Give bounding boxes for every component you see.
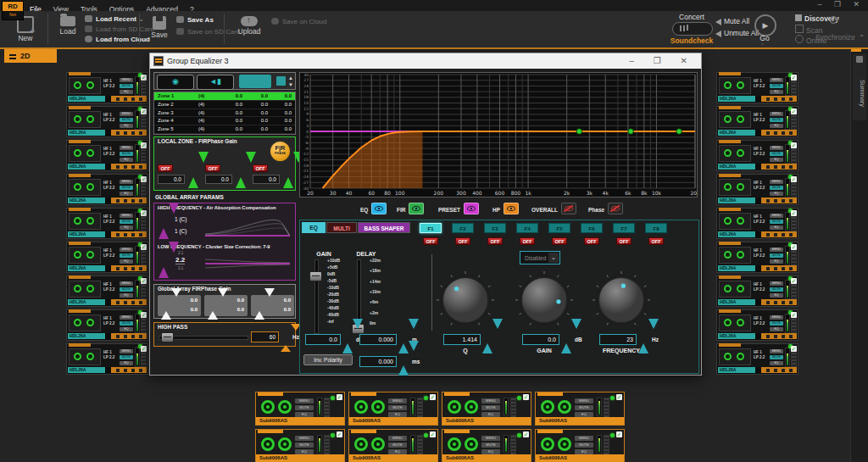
firphase-off-button[interactable]: OFF [205,164,220,172]
filter-off-button[interactable]: OFF [487,237,503,245]
device-button-menu[interactable]: MENU [120,248,133,252]
fir-gain-cell-spinner[interactable] [161,297,172,312]
device-tile-hdl26a[interactable]: HF 1LP 2.2MENUMUTEEQ✓HDL26A [66,208,148,239]
device-button-eq[interactable]: EQ [770,158,783,162]
device-tile-hdl26a[interactable]: HF 1LP 2.2MENUMUTEEQ✓HDL26A [716,72,798,103]
filter-button-f2[interactable]: F2 [452,223,474,233]
device-button-menu[interactable]: MENU [295,398,314,404]
filter-off-button[interactable]: OFF [455,237,470,245]
device-button-eq[interactable]: EQ [120,192,133,196]
device-button-mute[interactable]: MUTE [120,253,133,258]
device-button-mute[interactable]: MUTE [770,321,783,326]
load-button[interactable]: Load [53,16,83,36]
device-button-eq[interactable]: EQ [120,225,133,230]
zone-row[interactable]: Zone 2(4)0.00.00.0 [154,101,295,109]
zone-teal-button[interactable] [239,75,271,88]
device-tile-sub9006as[interactable]: MENUMUTEEQ✓Sub9006AS [255,392,345,426]
device-button-mute[interactable]: MUTE [295,443,314,448]
gain-value[interactable]: 0.0 [305,334,341,345]
device-button-mute[interactable]: MUTE [770,152,783,156]
device-checkbox[interactable]: ✓ [523,394,529,400]
firphase-gain-spinner[interactable] [283,163,294,178]
device-button-menu[interactable]: MENU [120,112,133,116]
device-checkbox[interactable]: ✓ [791,210,797,216]
inv-polarity-button[interactable]: Inv. Polarity [303,354,353,365]
knob-q-value[interactable]: 1.414 [443,334,481,345]
filter-type-dropdown[interactable]: Disabled⌄ [520,251,560,264]
device-checkbox[interactable]: ✓ [791,278,797,284]
knob-frequency-spinner[interactable] [638,329,649,344]
device-checkbox[interactable]: ✓ [141,109,147,114]
device-button-menu[interactable]: MENU [120,78,133,82]
device-tile-hdl26a[interactable]: HF 1LP 2.2MENUMUTEEQ✓HDL26A [716,343,798,375]
device-button-eq[interactable]: EQ [120,293,133,298]
eq-band-handle[interactable] [628,129,633,134]
view-toggle-phase[interactable]: Phase [588,203,623,214]
load-from-cloud-button[interactable]: Load from Cloud [85,34,150,45]
device-checkbox[interactable]: ✓ [791,109,797,114]
device-checkbox[interactable]: ✓ [141,278,147,284]
view-toggle-preset[interactable]: PRESET [438,203,479,214]
fir-gain-cell[interactable]: 0.00.0 [251,295,294,316]
device-button-mute[interactable]: MUTE [770,186,783,190]
device-button-mute[interactable]: MUTE [295,405,314,410]
save-button[interactable]: Save [144,16,175,39]
save-as-button[interactable]: Save As [176,14,214,25]
device-button-menu[interactable]: MENU [770,248,783,252]
device-button-eq[interactable]: EQ [120,327,133,331]
eq-graph[interactable]: -30-27-24-21-18-15-12-9-6-30369121518212… [299,72,698,198]
device-checkbox[interactable]: ✓ [616,431,622,437]
device-button-menu[interactable]: MENU [295,436,314,441]
device-button-menu[interactable]: MENU [120,214,133,218]
fir-gain-cell-spinner[interactable] [208,297,219,312]
edit-tab-multi[interactable]: MULTI [326,222,357,233]
device-tile-sub9006as[interactable]: MENUMUTEEQ✓Sub9006AS [255,429,345,462]
mute-all-button[interactable]: Mute All [715,17,749,25]
fir-gain-cell-spinner[interactable] [254,297,265,312]
device-checkbox[interactable]: ✓ [430,431,436,437]
device-button-mute[interactable]: MUTE [770,287,783,292]
device-checkbox[interactable]: ✓ [337,431,342,437]
device-button-menu[interactable]: MENU [770,214,783,218]
view-toggle-overall[interactable]: OVERALL [531,203,576,214]
device-checkbox[interactable]: ✓ [791,244,797,250]
zone-row[interactable]: Zone 1(4)0.00.00.0 [154,92,295,101]
device-button-mute[interactable]: MUTE [770,118,783,122]
device-tile-hdl26a[interactable]: HF 1LP 2.2MENUMUTEEQ✓HDL26A [716,106,798,137]
device-checkbox[interactable]: ✓ [141,210,147,216]
knob-gain[interactable] [515,270,574,330]
device-button-menu[interactable]: MENU [770,315,783,320]
device-button-eq[interactable]: EQ [770,225,783,230]
device-tile-sub9006as[interactable]: MENUMUTEEQ✓Sub9006AS [442,392,531,426]
device-button-menu[interactable]: MENU [481,398,500,404]
go-caret-icon[interactable]: ⌄ [760,40,765,46]
device-tile-hdl26a[interactable]: HF 1LP 2.2MENUMUTEEQ✓HDL26A [66,242,148,273]
device-button-mute[interactable]: MUTE [120,84,133,88]
device-tile-hdl26a[interactable]: HF 1LP 2.2MENUMUTEEQ✓HDL26A [716,242,798,273]
device-button-menu[interactable]: MENU [120,315,133,320]
device-button-mute[interactable]: MUTE [770,355,783,359]
filter-off-button[interactable]: OFF [423,237,438,245]
delay-ms-spinner[interactable] [398,351,409,366]
eq-graph-svg[interactable]: -30-27-24-21-18-15-12-9-6-30369121518212… [300,73,697,197]
device-button-menu[interactable]: MENU [120,180,133,184]
filter-off-button[interactable]: OFF [616,237,632,245]
device-tile-hdl26a[interactable]: HF 1LP 2.2MENUMUTEEQ✓HDL26A [66,72,148,103]
device-button-menu[interactable]: MENU [770,146,783,150]
device-button-mute[interactable]: MUTE [120,220,133,224]
device-tile-hdl26a[interactable]: HF 1LP 2.2MENUMUTEEQ✓HDL26A [66,343,148,375]
toolbar-collapse-chevron[interactable]: ⌃ [859,34,865,42]
device-button-eq[interactable]: EQ [120,90,133,94]
device-button-mute[interactable]: MUTE [575,405,593,410]
device-tile-hdl26a[interactable]: HF 1LP 2.2MENUMUTEEQ✓HDL26A [66,174,148,205]
device-tile-hdl26a[interactable]: HF 1LP 2.2MENUMUTEEQ✓HDL26A [66,309,148,341]
device-button-mute[interactable]: MUTE [770,84,783,88]
tab-2d[interactable]: 2D [4,49,57,63]
device-checkbox[interactable]: ✓ [141,176,147,182]
device-button-eq[interactable]: EQ [120,259,133,264]
device-tile-hdl26a[interactable]: HF 1LP 2.2MENUMUTEEQ✓HDL26A [716,140,798,171]
device-button-eq[interactable]: EQ [770,124,783,128]
high-pass-value[interactable]: 60 [251,331,279,342]
filter-button-f8[interactable]: F8 [645,223,667,233]
save-on-cloud-toggle[interactable]: Save on Cloud [271,16,326,27]
